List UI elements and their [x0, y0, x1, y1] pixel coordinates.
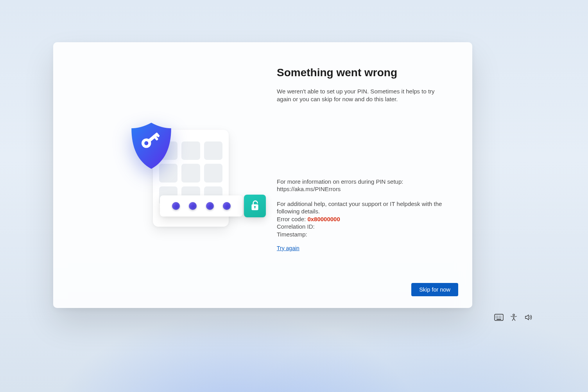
illustration-pane	[53, 42, 263, 308]
shield-key-icon	[127, 121, 175, 170]
keyboard-icon[interactable]	[494, 313, 504, 322]
correlation-id-label: Correlation ID:	[277, 223, 315, 230]
content-pane: Something went wrong We weren't able to …	[263, 42, 472, 308]
error-details-block: For more information on errors during PI…	[277, 178, 447, 238]
help-line: For additional help, contact your suppor…	[277, 200, 447, 215]
svg-rect-7	[255, 207, 255, 208]
svg-point-18	[513, 314, 514, 316]
page-description: We weren't able to set up your PIN. Some…	[277, 88, 441, 104]
pin-dot-graphic	[223, 202, 231, 210]
timestamp-label: Timestamp:	[277, 231, 307, 238]
error-code-label: Error code:	[277, 216, 307, 222]
pin-dot-graphic	[206, 202, 214, 210]
page-title: Something went wrong	[277, 66, 447, 79]
system-tray	[494, 313, 533, 322]
numpad-key-graphic	[181, 164, 200, 182]
info-line: For more information on errors during PI…	[277, 178, 447, 186]
accessibility-icon[interactable]	[509, 313, 518, 322]
info-url: https://aka.ms/PINErrors	[277, 185, 447, 193]
try-again-link[interactable]: Try again	[277, 245, 299, 251]
error-code-line: Error code: 0x80000000	[277, 215, 447, 223]
pin-dots-bar-graphic	[160, 195, 243, 217]
volume-icon[interactable]	[524, 313, 533, 322]
oobe-dialog-card: Something went wrong We weren't able to …	[53, 42, 472, 308]
numpad-key-graphic	[204, 141, 222, 160]
error-code-value: 0x80000000	[307, 216, 340, 222]
pin-setup-illustration	[90, 120, 231, 230]
pin-dot-graphic	[172, 202, 180, 210]
numpad-key-graphic	[204, 164, 222, 182]
skip-for-now-button[interactable]: Skip for now	[411, 283, 458, 296]
pin-dot-graphic	[189, 202, 197, 210]
numpad-key-graphic	[181, 141, 200, 160]
correlation-id-line: Correlation ID:	[277, 223, 447, 231]
timestamp-line: Timestamp:	[277, 231, 447, 238]
